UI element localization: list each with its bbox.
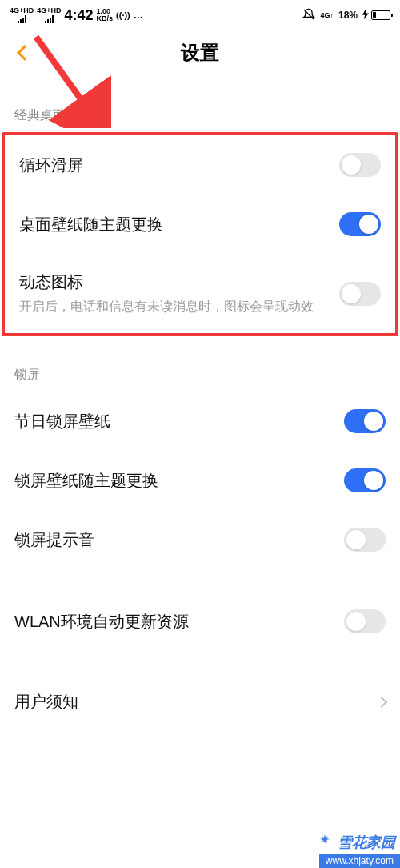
row-title: 动态图标 xyxy=(19,271,330,293)
row-wlan-update[interactable]: WLAN环境自动更新资源 xyxy=(0,592,400,651)
page-title: 设置 xyxy=(181,40,219,66)
status-bar: 4G+HD 4G+HD 4:42 1.00 KB/s ((·)) … 4G↑ 1… xyxy=(0,0,400,30)
toggle-wlan-update[interactable] xyxy=(344,609,386,633)
page-header: 设置 xyxy=(0,30,400,75)
row-holiday-wallpaper[interactable]: 节日锁屏壁纸 xyxy=(0,392,400,451)
watermark-url: www.xhjaty.com xyxy=(319,854,400,868)
row-title: 循环滑屏 xyxy=(19,155,330,176)
toggle-lock-wallpaper-theme[interactable] xyxy=(344,468,386,492)
signal-1-label: 4G+HD xyxy=(10,7,34,14)
signal-bars-icon xyxy=(45,15,54,23)
signal-2: 4G+HD xyxy=(37,7,61,23)
battery-icon xyxy=(362,9,390,22)
row-dynamic-icons[interactable]: 动态图标 开启后，电话和信息有未读消息时，图标会呈现动效 xyxy=(5,254,395,333)
section-label-lock: 锁屏 xyxy=(0,359,400,392)
toggle-dynamic-icons[interactable] xyxy=(339,282,381,306)
status-left: 4G+HD 4G+HD 4:42 1.00 KB/s ((·)) … xyxy=(10,7,144,24)
status-net-speed: 1.00 KB/s xyxy=(97,8,114,22)
chevron-right-icon xyxy=(376,697,387,708)
toggle-loop-slide[interactable] xyxy=(339,153,381,177)
net-right-label: 4G↑ xyxy=(320,12,334,19)
status-time: 4:42 xyxy=(65,7,94,24)
hotspot-icon: ((·)) xyxy=(116,10,130,20)
more-dots-icon: … xyxy=(134,10,144,21)
row-subtitle: 开启后，电话和信息有未读消息时，图标会呈现动效 xyxy=(19,298,330,315)
battery-pct: 18% xyxy=(338,10,358,21)
signal-bars-icon xyxy=(18,15,26,23)
row-title: 桌面壁纸随主题更换 xyxy=(19,214,330,235)
row-loop-slide[interactable]: 循环滑屏 xyxy=(5,135,395,195)
row-wallpaper-theme[interactable]: 桌面壁纸随主题更换 xyxy=(5,195,395,254)
row-lock-wallpaper-theme[interactable]: 锁屏壁纸随主题更换 xyxy=(0,451,400,510)
speed-unit: KB/s xyxy=(97,15,114,22)
toggle-wallpaper-theme[interactable] xyxy=(339,212,381,236)
signal-1: 4G+HD xyxy=(10,7,34,23)
row-title: 用户须知 xyxy=(14,691,368,713)
chevron-left-icon xyxy=(17,45,33,61)
back-button[interactable] xyxy=(11,39,38,66)
status-right: 4G↑ 18% xyxy=(302,8,390,23)
charging-icon xyxy=(362,9,369,22)
watermark-name: 雪花家园 xyxy=(338,833,395,852)
row-title: 锁屏提示音 xyxy=(14,529,334,551)
watermark: 雪花家园 www.xhjaty.com xyxy=(310,831,400,868)
section-label-desktop: 经典桌面 xyxy=(0,99,400,132)
snowflake-icon xyxy=(315,833,334,852)
row-user-notice[interactable]: 用户须知 xyxy=(0,673,400,730)
highlight-box: 循环滑屏 桌面壁纸随主题更换 动态图标 开启后，电话和信息有未读消息时，图标会呈… xyxy=(2,132,398,336)
toggle-lock-sound[interactable] xyxy=(344,528,386,552)
row-title: 节日锁屏壁纸 xyxy=(14,411,334,432)
bell-mute-icon xyxy=(302,8,315,23)
row-title: WLAN环境自动更新资源 xyxy=(14,611,334,633)
signal-2-label: 4G+HD xyxy=(37,7,61,14)
content: 经典桌面 循环滑屏 桌面壁纸随主题更换 动态图标 开启后，电话和信息有未读消息时… xyxy=(0,75,400,730)
row-lock-sound[interactable]: 锁屏提示音 xyxy=(0,510,400,569)
toggle-holiday-wallpaper[interactable] xyxy=(344,409,386,433)
row-title: 锁屏壁纸随主题更换 xyxy=(14,470,334,492)
